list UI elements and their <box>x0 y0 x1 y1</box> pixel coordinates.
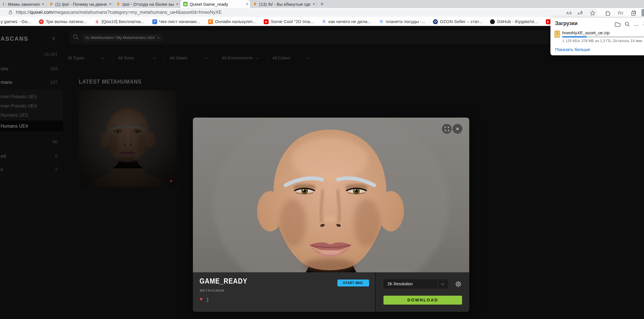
svg-text:a: a <box>577 11 580 15</box>
close-icon: × <box>456 126 459 132</box>
modal-footer: GAME_READY METAHUMAN ♥ START MHC 2K Reso… <box>193 272 469 312</box>
quixel-page: ASCANS 18,201 ons 183 mans 127 man Prese… <box>0 26 644 319</box>
favorites-bar-icon[interactable] <box>618 10 623 16</box>
bookmark-item[interactable]: GitHub - thygate/st... <box>490 19 538 24</box>
read-aloud-icon[interactable]: A <box>566 10 572 16</box>
asset-info-panel: GAME_READY METAHUMAN ♥ START MHC <box>193 272 376 312</box>
collections-icon[interactable] <box>631 10 637 16</box>
search-downloads-icon[interactable] <box>624 21 630 27</box>
lightning-icon <box>116 2 120 6</box>
bookmark-item[interactable]: Q[Qoo10] Бесплатна... <box>95 19 145 24</box>
bookmark-item[interactable]: y games - Go... <box>1 19 31 24</box>
downloads-menu-icon[interactable]: ... <box>633 21 640 27</box>
resolution-value: 2K Resolution <box>383 279 438 288</box>
chevron-down-icon <box>441 282 444 285</box>
tab-separator <box>317 2 317 6</box>
bookmark-item[interactable]: Gкак ничего не дела... <box>322 19 371 24</box>
profile-avatar-cut[interactable] <box>641 9 644 16</box>
url-domain: quixel.com <box>30 10 53 15</box>
url-path: /megascans/metahumans?category=my_metahu… <box>53 10 222 15</box>
tab-close-icon[interactable]: × <box>109 0 111 8</box>
pin-icon-cut[interactable] <box>641 21 644 27</box>
lock-icon[interactable] <box>9 10 12 14</box>
tab-strip: / - Мемы закончились. Тепе × (1) /po/ - … <box>0 0 644 8</box>
favorite-heart-icon[interactable]: ♥ <box>200 296 203 302</box>
browser-tab[interactable]: / - Мемы закончились. Тепе × <box>0 0 46 8</box>
google-icon: G <box>322 19 326 24</box>
tab-title: / - Мемы закончились. Тепе <box>3 2 40 7</box>
tab-close-icon[interactable]: × <box>246 0 248 8</box>
download-filename[interactable]: hneoNyXE_asset_ue.zip <box>562 30 609 35</box>
ozon-icon: O <box>433 19 438 24</box>
download-status: 1 125 КБ/с 378 МБ из 1,3 ГБ, Осталось 14… <box>562 39 643 43</box>
qoo10-icon: Q <box>95 19 100 24</box>
asset-preview: × <box>193 118 469 272</box>
start-mhc-button[interactable]: START MHC <box>337 280 369 286</box>
tab-title: /po/ - Отхода на более выгодн <box>122 2 174 7</box>
tab-title: Quixel Game_ready <box>190 2 244 7</box>
tab-close-icon[interactable]: × <box>313 0 315 8</box>
browser-tab[interactable]: (1) /po/ - Почему на дваче все с × <box>46 0 113 8</box>
translate-icon[interactable]: a <box>577 10 583 16</box>
bookmark-item[interactable]: ▶Some Cool "2D Ima... <box>264 19 314 24</box>
dropdown-chevron[interactable] <box>438 279 448 288</box>
zip-file-icon <box>554 31 560 38</box>
github-icon <box>490 19 495 24</box>
more-options-icon[interactable] <box>207 298 208 302</box>
calculator-icon: P <box>208 19 213 24</box>
tab-title: (13) /b/ - Вы ебанутые где тред <box>259 2 311 7</box>
downloads-popup: Загрузки ... hneoNyXE_asset_ue.zip 1 125… <box>550 18 644 55</box>
youtube-icon: ▶ <box>264 19 269 24</box>
download-progress-fill <box>562 36 587 37</box>
tab-title: (1) /po/ - Почему на дваче все с <box>55 2 107 7</box>
browser-tab[interactable]: (13) /b/ - Вы ебанутые где тред × <box>250 0 317 8</box>
bookmarks-bar: y games - Go... ≈Три волны латино... Q[Q… <box>0 18 644 26</box>
favorite-star-icon[interactable] <box>590 10 595 16</box>
lightning-icon <box>49 2 53 6</box>
bookmark-item[interactable]: OOZON Seller – стат... <box>433 19 482 24</box>
url-scheme: https:// <box>16 10 30 15</box>
browser-tab[interactable]: /po/ - Отхода на более выгодн × <box>113 0 180 8</box>
checklist-icon: * <box>152 19 157 24</box>
toolbar-divider <box>614 10 614 15</box>
open-folder-icon[interactable] <box>614 21 621 27</box>
svg-text:A: A <box>566 11 569 15</box>
resolution-dropdown[interactable]: 2K Resolution <box>383 279 448 288</box>
lightning-icon <box>253 2 257 6</box>
tab-close-icon[interactable]: × <box>176 0 178 8</box>
google-icon: G <box>379 19 384 24</box>
browser-toolbar: https://quixel.com/megascans/metahumans?… <box>0 8 644 18</box>
bookmark-item[interactable]: ≈Три волны латино... <box>39 19 87 24</box>
bookmark-item[interactable]: *Чек-лист начинаю... <box>152 19 200 24</box>
asset-type-label: METAHUMAN <box>200 289 225 292</box>
download-progress-track <box>562 36 644 37</box>
fullscreen-icon <box>445 127 449 131</box>
asset-title: GAME_READY <box>200 277 255 286</box>
download-panel: 2K Resolution DOWNLOAD <box>376 272 468 312</box>
quixel-icon: m <box>183 2 188 6</box>
extensions-puzzle-icon[interactable] <box>605 10 611 16</box>
show-more-link[interactable]: Показать больше <box>555 47 590 52</box>
new-tab-button[interactable]: + <box>320 0 324 8</box>
asset-modal: × GAME_READY METAHUMAN ♥ START MHC 2K Re… <box>193 118 469 312</box>
download-button[interactable]: DOWNLOAD <box>383 296 462 305</box>
fullscreen-button[interactable] <box>442 124 452 134</box>
bookmark-item[interactable]: PОнлайн калькулят... <box>208 19 256 24</box>
downloads-title: Загрузки <box>555 20 577 27</box>
url-text[interactable]: https://quixel.com/megascans/metahumans?… <box>16 10 448 15</box>
wave-icon: ≈ <box>39 19 44 24</box>
gear-icon <box>455 281 462 288</box>
download-settings-button[interactable] <box>455 281 462 288</box>
bookmark-item[interactable]: Gпланета посуды -... <box>379 19 425 24</box>
browser-window: / - Мемы закончились. Тепе × (1) /po/ - … <box>0 0 644 319</box>
metahuman-face-image <box>193 118 469 272</box>
close-button[interactable]: × <box>453 124 462 134</box>
youtube-icon: ▶ <box>546 19 551 24</box>
tab-close-icon[interactable]: × <box>42 0 44 8</box>
browser-tab-active[interactable]: m Quixel Game_ready × <box>180 0 250 8</box>
